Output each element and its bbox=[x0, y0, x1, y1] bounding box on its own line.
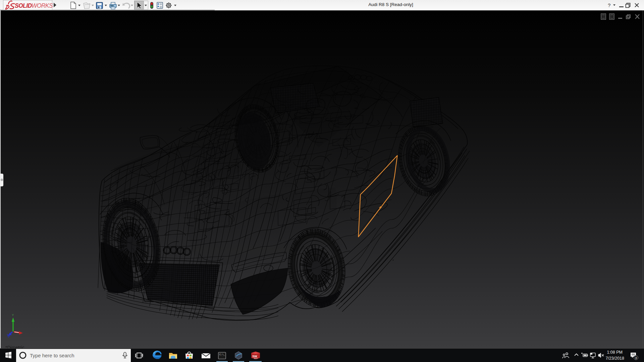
svg-text:?: ? bbox=[608, 2, 610, 8]
svg-text:C:\_: C:\_ bbox=[219, 353, 225, 356]
svg-text:Y: Y bbox=[12, 313, 14, 317]
svg-text:3: 3 bbox=[635, 356, 637, 360]
svg-text:Type here to search: Type here to search bbox=[30, 353, 74, 358]
svg-text:1:08 PM: 1:08 PM bbox=[607, 350, 623, 355]
svg-text:2017: 2017 bbox=[254, 357, 258, 359]
svg-text:7/23/2018: 7/23/2018 bbox=[605, 356, 624, 361]
